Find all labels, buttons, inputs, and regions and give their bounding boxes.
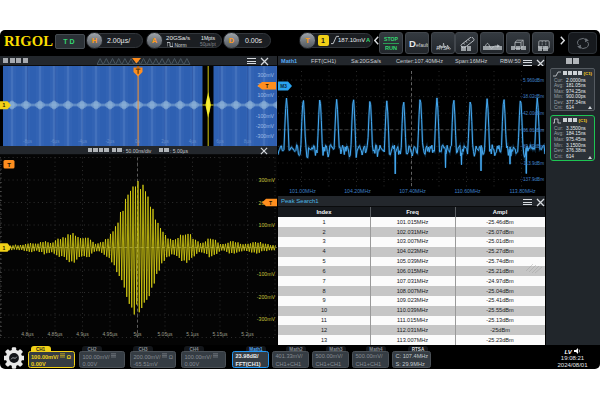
svg-text:-89.99dBm: -89.99dBm	[522, 144, 545, 149]
svg-text:5.05µs: 5.05µs	[157, 331, 173, 337]
svg-text:-200mV: -200mV	[256, 123, 275, 129]
svg-text:-100mV: -100mV	[256, 113, 275, 119]
svg-text:300mV: 300mV	[259, 177, 276, 183]
svg-text:M3: M3	[280, 84, 287, 89]
svg-text:101.00MHz: 101.00MHz	[289, 188, 316, 194]
svg-text:4.9µs: 4.9µs	[76, 331, 89, 337]
svg-text:-2µs: -2µs	[106, 139, 116, 144]
svg-text:0s: 0s	[135, 139, 141, 144]
svg-text:4.85µs: 4.85µs	[47, 331, 63, 337]
svg-text:1: 1	[3, 245, 6, 251]
svg-text:5.960dBm: 5.960dBm	[523, 78, 544, 83]
svg-text:-300mV: -300mV	[256, 133, 275, 139]
svg-text:-113.9dBm: -113.9dBm	[522, 161, 544, 166]
svg-text:6µs: 6µs	[216, 139, 224, 144]
svg-text:110.60MHz: 110.60MHz	[454, 188, 481, 194]
svg-text:T: T	[269, 200, 272, 206]
svg-text:-66.01dBm: -66.01dBm	[522, 128, 545, 133]
svg-text:4.95µs: 4.95µs	[102, 331, 118, 337]
svg-text:100mV: 100mV	[258, 92, 275, 98]
svg-text:T: T	[265, 83, 268, 89]
svg-text:4µs: 4µs	[189, 139, 197, 144]
svg-text:-42.00dBm: -42.00dBm	[522, 111, 545, 116]
svg-text:113.80MHz: 113.80MHz	[509, 188, 536, 194]
svg-text:100mV: 100mV	[259, 222, 276, 228]
svg-text:1: 1	[3, 102, 6, 108]
svg-text:-300mV: -300mV	[257, 316, 276, 322]
svg-text:-6µs: -6µs	[51, 139, 61, 144]
svg-text:5.1µs: 5.1µs	[186, 331, 199, 337]
svg-text:5.2µs: 5.2µs	[241, 331, 254, 337]
svg-text:4.8µs: 4.8µs	[21, 331, 34, 337]
svg-text:-4µs: -4µs	[78, 139, 88, 144]
svg-text:-100mV: -100mV	[257, 271, 276, 277]
svg-text:2µs: 2µs	[161, 139, 169, 144]
svg-text:-200mV: -200mV	[257, 294, 276, 300]
svg-text:-18.02dBm: -18.02dBm	[522, 94, 545, 99]
svg-text:5.15µs: 5.15µs	[212, 331, 228, 337]
svg-text:104.20MHz: 104.20MHz	[344, 188, 371, 194]
svg-text:300mV: 300mV	[258, 72, 275, 78]
svg-text:107.40MHz: 107.40MHz	[399, 188, 426, 194]
svg-text:5µs: 5µs	[133, 331, 142, 337]
svg-text:T: T	[7, 162, 11, 168]
svg-text:-137.9dBm: -137.9dBm	[522, 177, 545, 182]
svg-text:-8µs: -8µs	[23, 139, 33, 144]
svg-text:8µs: 8µs	[244, 139, 252, 144]
